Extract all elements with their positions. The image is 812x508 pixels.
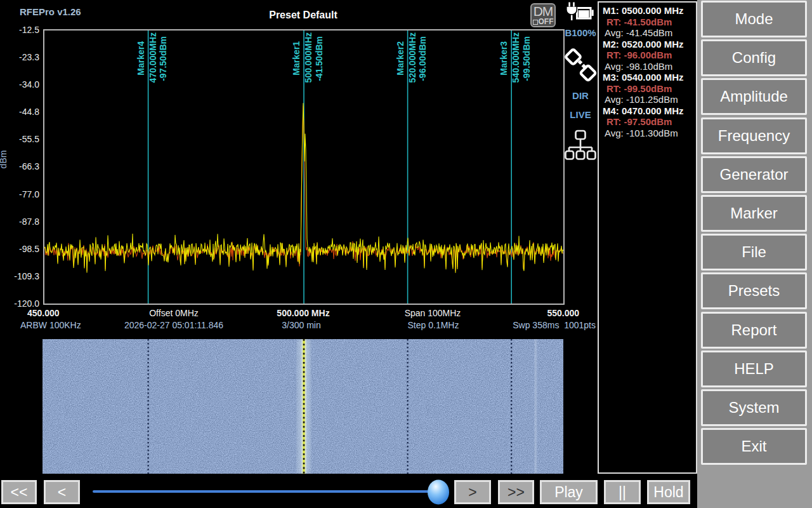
svg-text:Marker4: Marker4 (136, 41, 146, 76)
svg-text:-96.00dBm: -96.00dBm (417, 36, 428, 81)
svg-text:Marker3: Marker3 (499, 41, 509, 76)
svg-text:-99.50dBm: -99.50dBm (521, 36, 532, 81)
svg-text:470.000MHz: 470.000MHz (148, 32, 158, 83)
svg-text:-41.50dBm: -41.50dBm (314, 36, 324, 81)
svg-text:500.000MHz: 500.000MHz (303, 32, 313, 83)
svg-text:520.000MHz: 520.000MHz (407, 32, 417, 83)
svg-text:Marker2: Marker2 (395, 41, 405, 76)
svg-text:Marker1: Marker1 (291, 41, 301, 76)
svg-text:-97.50dBm: -97.50dBm (158, 36, 168, 81)
svg-text:540.000MHz: 540.000MHz (511, 32, 521, 83)
